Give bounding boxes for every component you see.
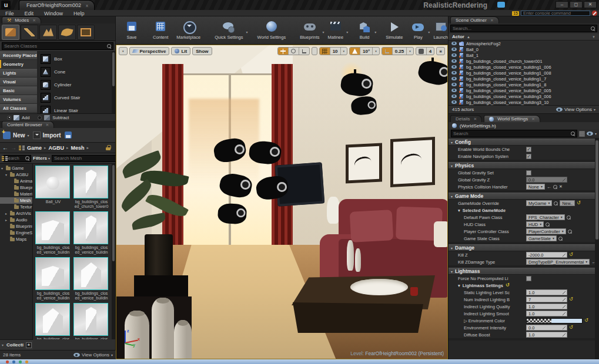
folder-textur[interactable]: Textur	[0, 204, 32, 210]
asset-item[interactable]: bg_buildings_clos ed_venice_buildin	[35, 303, 71, 339]
settings-search[interactable]	[451, 130, 577, 137]
expander-icon[interactable]: ▾	[5, 173, 9, 177]
lock-icon[interactable]	[106, 145, 111, 150]
asset-thumbnail[interactable]	[73, 166, 108, 198]
asset-thumbnail[interactable]	[73, 303, 108, 336]
back-arrow-icon[interactable]: ←	[2, 144, 8, 151]
breadcrumb-agbu[interactable]: AGBU	[49, 145, 65, 151]
value-input[interactable]: 1.0	[526, 289, 567, 295]
tab-details[interactable]: Details ✕	[450, 115, 482, 122]
spotlight-sprite[interactable]	[419, 62, 447, 84]
chevron-down-icon[interactable]: ▼	[592, 35, 595, 39]
scale-snap-value[interactable]: 0.25	[392, 48, 407, 55]
folder-enginesl[interactable]: EngineSl	[0, 230, 32, 236]
camera-speed-value[interactable]: 4	[426, 48, 434, 55]
add-collection-button[interactable]: +	[26, 342, 32, 348]
menu-item-window[interactable]: Window	[39, 11, 68, 16]
spotlight-sprite[interactable]	[220, 174, 252, 197]
property-matrix-icon[interactable]	[579, 131, 585, 137]
mode-category-visual[interactable]: Visual	[0, 77, 37, 86]
value-input[interactable]: 7	[526, 296, 567, 302]
build-button[interactable]: Build▾	[353, 19, 376, 41]
outliner-column-header[interactable]: Actor ▲ ▼	[449, 33, 599, 41]
mode-category-basic[interactable]: Basic	[0, 86, 37, 95]
asset-thumbnail[interactable]	[35, 303, 70, 336]
checkbox[interactable]	[526, 276, 531, 281]
grid-snap-value[interactable]: 10	[330, 48, 340, 55]
asset-thumbnail[interactable]	[73, 211, 108, 244]
menu-item-file[interactable]: File	[0, 11, 19, 16]
simulate-button[interactable]: Simulate	[382, 19, 407, 41]
taskbar-icon[interactable]	[6, 360, 9, 363]
scale-tool-button[interactable]	[299, 48, 309, 55]
menu-item-help[interactable]: Help	[68, 11, 90, 16]
value-input[interactable]: 1.0	[526, 304, 567, 309]
actor-row[interactable]: bg_buildings_closed_venice_building1_8	[449, 82, 599, 87]
settings-scrollbar[interactable]	[595, 139, 599, 359]
title-bar[interactable]: u FearOfHeightRoom002 x RealisticRenderi…	[0, 0, 599, 10]
visibility-eye-icon[interactable]	[451, 42, 457, 45]
actor-row[interactable]: bg_buildings_closed_venice_building3_006	[449, 93, 599, 99]
search-icon[interactable]	[554, 201, 558, 205]
checkbox[interactable]: ✓	[526, 147, 531, 152]
save-button[interactable]: Save	[121, 19, 143, 41]
show-button[interactable]: Show	[192, 47, 212, 55]
visibility-eye-icon[interactable]	[451, 71, 457, 75]
spotlight-sprite[interactable]	[256, 177, 288, 199]
breadcrumb-mesh[interactable]: Mesh	[71, 145, 85, 151]
value-input[interactable]: 1.0	[526, 332, 567, 338]
rotation-snap-dropdown[interactable]: ▾	[372, 48, 379, 55]
modes-search[interactable]	[2, 42, 113, 50]
modes-search-input[interactable]	[4, 43, 107, 49]
outliner-search[interactable]	[450, 25, 597, 32]
placeable-class-curved-stair[interactable]: Curved Stair	[37, 91, 115, 104]
scale-snap-dropdown[interactable]: ▾	[406, 48, 413, 55]
world-settings-button[interactable]: World Settings	[253, 19, 290, 41]
visibility-eye-icon[interactable]	[451, 100, 457, 104]
play-button[interactable]: Play▾	[407, 19, 429, 41]
asset-search-input[interactable]	[54, 156, 119, 161]
spotlight-sprite[interactable]	[341, 73, 373, 96]
visibility-eye-icon[interactable]	[451, 89, 457, 92]
section-header-physics[interactable]: ▾Physics	[449, 162, 595, 169]
geometry-mode-button[interactable]	[77, 25, 95, 40]
dropdown[interactable]: HUD▾	[526, 221, 544, 227]
use-selected-icon[interactable]: ←	[547, 184, 551, 190]
asset-thumbnail[interactable]	[35, 166, 70, 198]
visibility-eye-icon[interactable]	[451, 77, 457, 80]
foliage-mode-button[interactable]	[58, 25, 76, 40]
asset-thumbnail[interactable]	[35, 211, 70, 244]
tree-search-input[interactable]	[5, 156, 25, 161]
grid-snap-toggle[interactable]	[320, 48, 330, 55]
dropdown[interactable]: GameState▾	[526, 235, 557, 241]
dropdown[interactable]: MyGame▾	[526, 200, 552, 206]
section-header-game-mode[interactable]: ▾Game Mode	[449, 193, 595, 200]
content-button[interactable]: Content	[149, 19, 172, 41]
modes-tab-close-icon[interactable]: ✕	[32, 18, 36, 23]
group-row-selected-gamemode[interactable]: ▾Selected GameMode	[458, 208, 506, 213]
minimize-button[interactable]: –	[556, 1, 568, 8]
menu-item-edit[interactable]: Edit	[19, 11, 39, 16]
asset-item[interactable]: bg_buildings_clos ed_venice_buildin	[35, 257, 71, 301]
search-icon[interactable]	[567, 215, 571, 220]
close-button[interactable]: ✕	[584, 1, 597, 8]
clear-icon[interactable]: ✕	[559, 184, 563, 189]
paint-mode-button[interactable]	[21, 25, 38, 40]
folder-mesh[interactable]: Mesh	[0, 197, 32, 204]
dropdown[interactable]: DmgTypeBP_Environmental▾	[526, 259, 590, 265]
value-input[interactable]: 0.0	[526, 325, 567, 331]
search-icon[interactable]	[546, 223, 550, 227]
actor-row[interactable]: AtmosphericFog2	[449, 41, 599, 46]
blueprints-button[interactable]: Blueprints▾	[296, 19, 323, 41]
grid-snap-dropdown[interactable]: ▾	[340, 48, 347, 55]
spotlight-sprite[interactable]	[214, 139, 246, 161]
folder-agbu[interactable]: ▾AGBU	[0, 171, 32, 178]
dropdown[interactable]: FPS_Character▾	[526, 214, 565, 220]
placeable-class-linear-stair[interactable]: Linear Stair	[37, 104, 115, 113]
tab-content-browser[interactable]: Content Browser ✕	[2, 121, 54, 128]
display-filter-icon[interactable]	[587, 132, 593, 136]
folder-archvis[interactable]: ▸ArchVis	[0, 210, 32, 217]
collections-panel[interactable]: ▾ Collecti +	[0, 339, 33, 350]
scale-snap-toggle[interactable]	[382, 48, 392, 55]
folder-animat[interactable]: Animat	[0, 178, 32, 184]
